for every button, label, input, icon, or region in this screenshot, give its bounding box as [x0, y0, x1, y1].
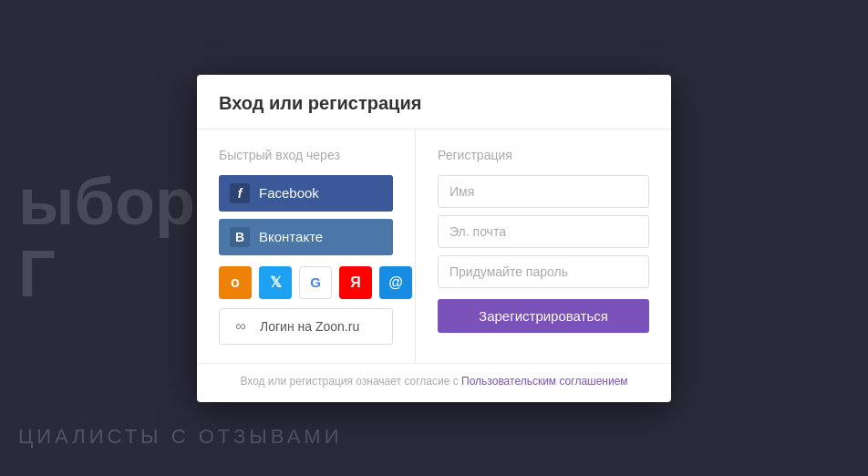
footer-text: Вход или регистрация означает согласие с [240, 375, 461, 388]
twitter-icon: 𝕏 [270, 274, 282, 291]
twitter-login-button[interactable]: 𝕏 [259, 266, 292, 299]
left-panel-title: Быстрый вход через [219, 148, 393, 162]
facebook-icon: f [230, 183, 250, 203]
register-button[interactable]: Зарегистрироваться [438, 299, 649, 333]
modal-container: Вход или регистрация Быстрый вход через … [197, 75, 671, 402]
email-input[interactable] [438, 215, 649, 248]
vk-label: Вконтакте [259, 229, 323, 244]
modal-overlay: Вход или регистрация Быстрый вход через … [0, 0, 868, 476]
yandex-icon: Я [350, 274, 361, 291]
zoom-login-button[interactable]: ∞ Логин на Zoon.ru [219, 308, 393, 345]
right-panel-title: Регистрация [438, 148, 649, 162]
modal-title: Вход или регистрация [219, 93, 649, 114]
mail-icon: @ [388, 274, 403, 291]
right-panel: Регистрация Зарегистрироваться [416, 129, 671, 363]
zoom-label: Логин на Zoon.ru [260, 319, 359, 334]
zoom-icon: ∞ [231, 316, 251, 336]
vk-icon: В [230, 227, 250, 247]
modal-header: Вход или регистрация [197, 75, 671, 129]
left-panel: Быстрый вход через f Facebook В Вконтакт… [197, 129, 416, 363]
mail-login-button[interactable]: @ [379, 266, 412, 299]
facebook-label: Facebook [259, 185, 319, 201]
google-login-button[interactable]: G [299, 266, 332, 299]
name-input[interactable] [438, 175, 649, 208]
facebook-login-button[interactable]: f Facebook [219, 175, 393, 212]
social-icons-row: о 𝕏 G Я @ [219, 266, 393, 299]
yandex-login-button[interactable]: Я [339, 266, 372, 299]
vk-login-button[interactable]: В Вконтакте [219, 219, 393, 255]
google-icon: G [310, 274, 321, 290]
ok-icon: о [231, 274, 240, 291]
password-input[interactable] [438, 255, 649, 288]
modal-footer: Вход или регистрация означает согласие с… [197, 363, 671, 402]
modal-body: Быстрый вход через f Facebook В Вконтакт… [197, 129, 671, 363]
ok-login-button[interactable]: о [219, 266, 252, 299]
terms-link[interactable]: Пользовательским соглашением [461, 375, 628, 388]
